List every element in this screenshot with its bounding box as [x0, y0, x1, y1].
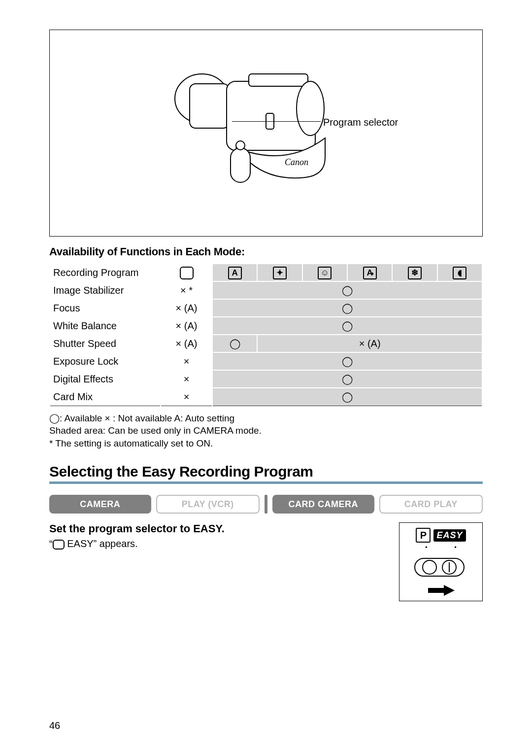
mode-separator	[265, 495, 267, 514]
label-leader-line	[232, 121, 321, 122]
svg-text:Canon: Canon	[285, 157, 308, 167]
table-row: Card Mix×◯	[50, 388, 482, 406]
legend-line-1: ◯: Available × : Not available A: Auto s…	[49, 412, 483, 425]
svg-rect-3	[249, 74, 308, 86]
mode-icon-spotlight: A▲	[347, 264, 392, 281]
legend-line-2: Shaded area: Can be used only in CAMERA …	[49, 424, 483, 437]
table-row: White Balance× (A)◯	[50, 317, 482, 335]
mode-pill-play-vcr: PLAY (VCR)	[156, 495, 260, 514]
easy-box: EASY	[433, 529, 466, 542]
mode-icon-low-light: ◖	[437, 264, 482, 281]
cell-easy: × (A)	[161, 317, 212, 335]
function-label: Focus	[50, 299, 161, 317]
instruction-sub: “ EASY” appears.	[49, 538, 225, 550]
quote-open: “	[49, 538, 53, 549]
recording-program-label: Recording Program	[50, 264, 161, 281]
cell-shaded-span: ◯	[212, 299, 482, 317]
camcorder-svg: Canon	[163, 54, 369, 212]
mode-icon-sand-snow: ❄	[392, 264, 437, 281]
table-row: Shutter Speed× (A)◯× (A)	[50, 335, 482, 352]
legend-line-3: * The setting is automatically set to ON…	[49, 437, 483, 450]
cell-shaded-span: ◯	[212, 370, 482, 388]
instruction-row: Set the program selector to EASY. “ EASY…	[49, 522, 483, 601]
instruction-heading: Set the program selector to EASY.	[49, 522, 225, 535]
availability-heading: Availability of Functions in Each Mode:	[49, 245, 483, 258]
section-title: Selecting the Easy Recording Program	[49, 463, 483, 484]
mode-row: CAMERA PLAY (VCR) CARD CAMERA CARD PLAY	[49, 495, 483, 514]
selector-switch-svg	[414, 553, 468, 583]
mode-icon-sports: ✦	[257, 264, 302, 281]
cell-easy: × (A)	[161, 335, 212, 352]
cell-shaded-span: ◯	[212, 317, 482, 335]
cell-easy: ×	[161, 388, 212, 406]
mode-pill-card-camera: CARD CAMERA	[272, 495, 374, 514]
table-row: Digital Effects×◯	[50, 370, 482, 388]
table-header-row: Recording Program A ✦ ☺ A▲ ❄ ◖	[50, 264, 482, 281]
cell-shaded: ◯	[212, 335, 257, 352]
instruction-text-block: Set the program selector to EASY. “ EASY…	[49, 522, 225, 550]
selector-diagram: P EASY ••	[399, 522, 483, 601]
function-label: Digital Effects	[50, 370, 161, 388]
cell-easy: ×	[161, 370, 212, 388]
cell-shaded-span: ◯	[212, 281, 482, 299]
function-label: White Balance	[50, 317, 161, 335]
easy-icon-inline	[53, 540, 65, 550]
cell-easy: × (A)	[161, 299, 212, 317]
table-legend: ◯: Available × : Not available A: Auto s…	[49, 412, 483, 450]
page-number: 46	[49, 720, 60, 731]
table-row: Image Stabilizer× *◯	[50, 281, 482, 299]
svg-marker-13	[428, 585, 455, 596]
svg-rect-1	[190, 84, 229, 128]
selector-labels: P EASY	[416, 528, 466, 543]
easy-appears-text: EASY” appears.	[65, 538, 138, 549]
svg-point-10	[423, 560, 436, 574]
cell-easy: ×	[161, 352, 212, 370]
svg-point-6	[236, 141, 245, 150]
function-label: Image Stabilizer	[50, 281, 161, 299]
svg-rect-5	[231, 148, 250, 182]
mode-icon-portrait: ☺	[302, 264, 347, 281]
mode-icon-easy	[161, 264, 212, 281]
function-label: Shutter Speed	[50, 335, 161, 352]
mode-pill-card-play: CARD PLAY	[379, 495, 483, 514]
table-row: Focus× (A)◯	[50, 299, 482, 317]
cell-shaded-span: ◯	[212, 352, 482, 370]
cell-shaded-span: ◯	[212, 388, 482, 406]
diagram-box: Canon Program selector	[49, 30, 483, 237]
cell-easy: × *	[161, 281, 212, 299]
selector-dots: ••	[425, 544, 456, 551]
function-label: Exposure Lock	[50, 352, 161, 370]
mode-pill-camera: CAMERA	[49, 495, 151, 514]
camcorder-illustration: Canon	[163, 54, 369, 212]
function-label: Card Mix	[50, 388, 161, 406]
table-row: Exposure Lock×◯	[50, 352, 482, 370]
p-box: P	[416, 528, 431, 543]
svg-point-4	[297, 81, 324, 136]
function-availability-table: Recording Program A ✦ ☺ A▲ ❄ ◖ Image Sta…	[49, 263, 483, 406]
mode-icon-auto: A	[212, 264, 257, 281]
arrow-right-icon	[426, 585, 456, 596]
program-selector-label: Program selector	[323, 117, 398, 128]
cell-shaded-span: × (A)	[257, 335, 482, 352]
